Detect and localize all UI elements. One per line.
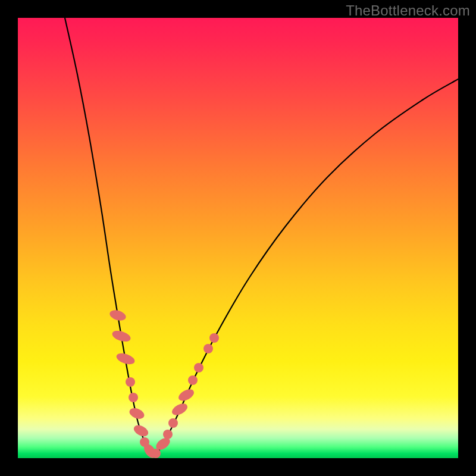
curve-svg: [18, 18, 458, 458]
data-marker-15: [188, 375, 198, 385]
data-marker-18: [209, 333, 219, 343]
data-marker-2: [115, 351, 136, 367]
data-marker-16: [194, 363, 203, 372]
data-marker-11: [163, 430, 173, 439]
marker-group: [108, 308, 219, 458]
data-marker-6: [132, 423, 150, 439]
chart-frame: TheBottleneck.com: [0, 0, 476, 476]
data-marker-13: [170, 401, 189, 417]
watermark-text: TheBottleneck.com: [346, 2, 470, 19]
data-marker-0: [108, 308, 127, 322]
data-marker-14: [177, 387, 196, 403]
data-marker-1: [111, 328, 131, 343]
data-marker-3: [126, 377, 135, 387]
data-marker-9: [151, 449, 161, 458]
plot-area: [18, 18, 458, 458]
bottleneck-curve: [65, 18, 458, 456]
data-marker-17: [203, 344, 213, 353]
data-marker-12: [168, 418, 178, 428]
data-marker-4: [129, 393, 138, 402]
